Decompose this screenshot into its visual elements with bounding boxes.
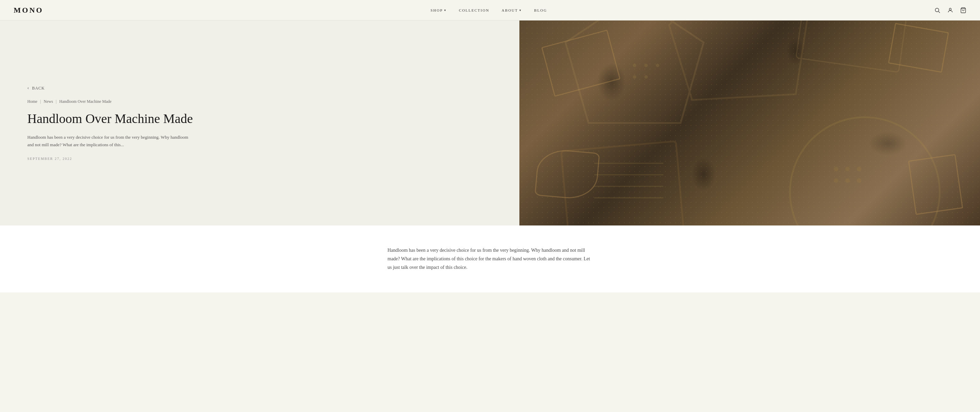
svg-point-2: [949, 8, 951, 10]
svg-point-15: [845, 167, 850, 171]
breadcrumb-news[interactable]: News: [44, 99, 53, 104]
main-content: ‹ BACK Home | News | Handloom Over Machi…: [0, 21, 980, 293]
svg-point-10: [644, 64, 648, 67]
svg-point-16: [857, 167, 861, 171]
nav-collection[interactable]: COLLECTION: [459, 8, 489, 12]
breadcrumb-home[interactable]: Home: [27, 99, 37, 104]
back-link[interactable]: ‹ BACK: [27, 86, 492, 91]
header-icons: [934, 7, 966, 13]
article-excerpt: Handloom has been a very decisive choice…: [27, 134, 191, 149]
svg-point-11: [656, 64, 659, 67]
article-title: Handloom Over Machine Made: [27, 111, 492, 127]
svg-point-18: [845, 178, 850, 183]
article-hero-image: [519, 21, 980, 226]
about-chevron-icon: ▾: [519, 8, 522, 12]
hero-section: ‹ BACK Home | News | Handloom Over Machi…: [0, 21, 980, 226]
nav-shop[interactable]: SHOP ▾: [431, 8, 447, 12]
site-header: MONO SHOP ▾ COLLECTION ABOUT ▾ BLOG: [0, 0, 980, 21]
svg-point-12: [633, 75, 636, 79]
svg-rect-8: [796, 21, 911, 72]
svg-point-0: [935, 8, 939, 12]
svg-line-1: [939, 11, 940, 13]
hero-image-panel: [519, 21, 980, 226]
article-body-text: Handloom has been a very decisive choice…: [388, 246, 592, 272]
breadcrumb-current: Handloom Over Machine Made: [59, 99, 111, 104]
breadcrumb-sep-1: |: [40, 99, 41, 104]
article-date: September 27, 2022: [27, 157, 492, 161]
site-logo[interactable]: MONO: [14, 6, 43, 15]
nav-blog[interactable]: BLOG: [534, 8, 547, 12]
hero-left-panel: ‹ BACK Home | News | Handloom Over Machi…: [0, 21, 519, 226]
breadcrumb-sep-2: |: [56, 99, 56, 104]
svg-point-13: [644, 75, 648, 79]
cart-icon[interactable]: [960, 7, 966, 13]
shop-chevron-icon: ▾: [444, 8, 447, 12]
account-icon[interactable]: [947, 7, 953, 13]
breadcrumb: Home | News | Handloom Over Machine Made: [27, 99, 492, 104]
svg-rect-7: [561, 141, 685, 226]
main-nav: SHOP ▾ COLLECTION ABOUT ▾ BLOG: [431, 8, 547, 12]
nav-about[interactable]: ABOUT ▾: [502, 8, 522, 12]
search-icon[interactable]: [934, 7, 940, 13]
svg-point-6: [790, 117, 940, 226]
svg-point-14: [834, 167, 838, 171]
svg-point-19: [857, 178, 861, 183]
article-body-section: Handloom has been a very decisive choice…: [0, 226, 980, 293]
svg-point-9: [633, 64, 636, 67]
svg-point-17: [834, 178, 838, 183]
back-chevron-icon: ‹: [27, 86, 29, 91]
